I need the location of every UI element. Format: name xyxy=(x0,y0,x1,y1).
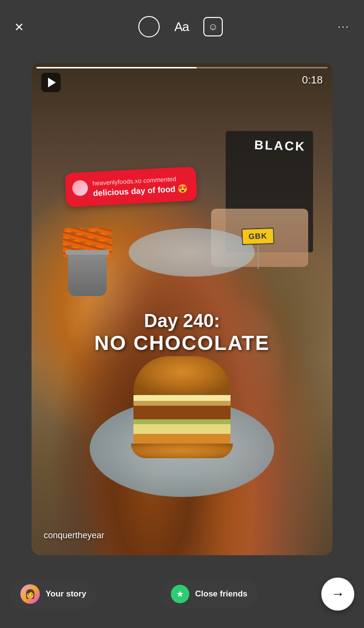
burger xyxy=(124,351,240,458)
fries-cup xyxy=(68,252,107,296)
progress-fill xyxy=(36,67,197,68)
sticker-icon[interactable] xyxy=(203,17,223,36)
next-button[interactable] xyxy=(321,578,354,611)
close-friends-button[interactable]: Close friends xyxy=(160,579,258,609)
story-subtitle: NO CHOCOLATE xyxy=(94,331,270,355)
top-toolbar: × Aa ··· xyxy=(0,0,364,53)
gbk-banner-label: GBK xyxy=(242,228,275,245)
fries-container xyxy=(66,252,109,296)
text-tool-icon[interactable]: Aa xyxy=(174,19,189,34)
gbk-pole xyxy=(258,245,259,269)
gbk-flag: GBK xyxy=(242,228,274,269)
reels-icon[interactable] xyxy=(41,73,61,92)
close-friends-label: Close friends xyxy=(195,589,248,599)
close-icon[interactable]: × xyxy=(15,19,24,34)
progress-bar xyxy=(36,67,328,68)
your-story-button[interactable]: 👩 Your story xyxy=(10,578,97,610)
camera-flip-icon[interactable] xyxy=(138,16,160,37)
comment-notification[interactable]: heavenlyfoods.xo commented delicious day… xyxy=(65,166,197,207)
tshirt-text: BLACK xyxy=(254,137,306,154)
close-friends-icon xyxy=(171,585,189,603)
story-username: conquertheyear xyxy=(44,530,104,541)
timer: 0:18 xyxy=(302,74,323,86)
commenter-avatar xyxy=(72,180,88,197)
story-day: Day 240: xyxy=(94,311,270,331)
bun-top xyxy=(133,356,231,395)
comment-content: heavenlyfoods.xo commented delicious day… xyxy=(92,174,188,199)
story-overlay-text: Day 240: NO CHOCOLATE xyxy=(94,311,270,355)
toolbar-center: Aa xyxy=(138,16,223,37)
comment-action: commented xyxy=(143,175,177,184)
more-options-icon[interactable]: ··· xyxy=(338,20,349,33)
burger-layers xyxy=(133,395,231,444)
bottom-bar: 👩 Your story Close friends xyxy=(0,560,364,628)
back-plate xyxy=(129,228,255,277)
story-card: BLACK GBK 0:18 heavenlyfoods.xo commente… xyxy=(32,63,332,555)
your-story-label: Your story xyxy=(46,589,86,599)
bun-bottom xyxy=(131,444,233,458)
user-avatar: 👩 xyxy=(20,584,40,604)
